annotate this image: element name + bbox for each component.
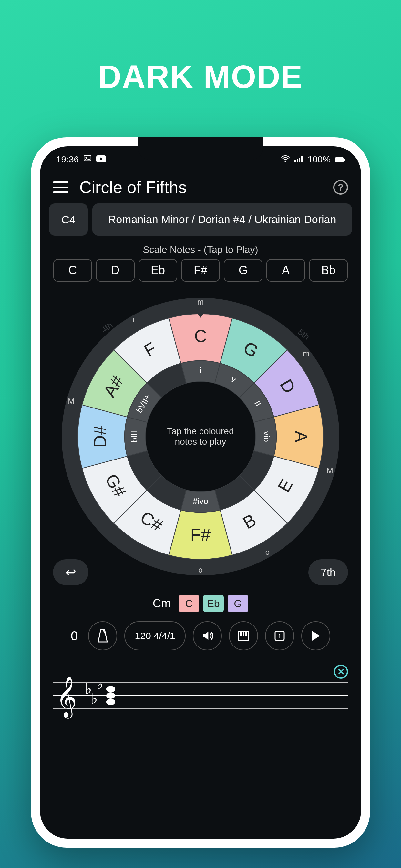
svg-rect-43 bbox=[243, 631, 244, 637]
scale-note-button[interactable]: Bb bbox=[309, 259, 348, 282]
svg-point-57 bbox=[106, 692, 115, 699]
svg-text:1: 1 bbox=[278, 632, 281, 640]
svg-text:M: M bbox=[327, 466, 333, 475]
tempo-signature-button[interactable]: 120 4/4/1 bbox=[124, 621, 186, 650]
scale-note-button[interactable]: F# bbox=[181, 259, 220, 282]
scale-notes-row: CDEbF#GABb bbox=[40, 259, 361, 282]
svg-text:m: m bbox=[303, 349, 309, 358]
svg-text:#ivo: #ivo bbox=[193, 496, 208, 506]
help-icon[interactable]: ? bbox=[333, 180, 348, 195]
svg-rect-7 bbox=[301, 156, 303, 162]
svg-rect-5 bbox=[297, 159, 298, 162]
close-staff-icon[interactable]: ✕ bbox=[334, 664, 348, 679]
svg-rect-6 bbox=[299, 158, 300, 162]
phone-frame: 19:36 100% bbox=[31, 137, 370, 848]
app-screen: 19:36 100% bbox=[40, 146, 361, 839]
svg-rect-4 bbox=[295, 160, 296, 162]
piano-button[interactable] bbox=[229, 621, 258, 650]
svg-rect-42 bbox=[240, 631, 242, 637]
scale-note-button[interactable]: C bbox=[53, 259, 92, 282]
svg-text:D#: D# bbox=[90, 425, 110, 447]
svg-text:o: o bbox=[266, 548, 270, 556]
svg-point-3 bbox=[285, 160, 286, 162]
volume-button[interactable] bbox=[193, 621, 222, 650]
svg-text:C: C bbox=[194, 326, 207, 345]
svg-text:bIII: bIII bbox=[129, 431, 139, 442]
image-icon bbox=[83, 154, 92, 165]
svg-text:M: M bbox=[68, 397, 74, 406]
promo-title: DARK MODE bbox=[98, 58, 303, 95]
status-bar: 19:36 100% bbox=[40, 146, 361, 165]
scale-note-button[interactable]: A bbox=[266, 259, 305, 282]
svg-text:i: i bbox=[199, 366, 202, 375]
circle-of-fifths-wheel[interactable]: CGDAEBF#C#G#D#A#FivIIvio#ivobIIIbVII+mmM… bbox=[55, 291, 346, 582]
svg-text:m: m bbox=[197, 298, 204, 306]
svg-point-1 bbox=[86, 157, 87, 158]
chord-name: Cm bbox=[153, 597, 171, 610]
scale-note-button[interactable]: Eb bbox=[138, 259, 177, 282]
svg-text:A: A bbox=[291, 431, 311, 442]
beat-count: 0 bbox=[71, 629, 78, 643]
root-selector[interactable]: C4 bbox=[49, 204, 88, 236]
app-title: Circle of Fifths bbox=[80, 178, 322, 197]
svg-text:+: + bbox=[131, 315, 135, 324]
play-button[interactable] bbox=[301, 621, 330, 650]
music-staff: ✕ 𝄞 ♭ ♭ ♭ bbox=[50, 666, 351, 724]
loop-one-button[interactable]: 1 bbox=[265, 621, 294, 650]
scale-selector[interactable]: Romanian Minor / Dorian #4 / Ukrainian D… bbox=[92, 204, 352, 236]
playback-controls: 0 120 4/4/1 1 bbox=[40, 621, 361, 650]
svg-rect-9 bbox=[344, 159, 345, 161]
scale-note-button[interactable]: G bbox=[224, 259, 263, 282]
app-bar: Circle of Fifths ? bbox=[40, 165, 361, 204]
svg-text:♭: ♭ bbox=[96, 676, 104, 692]
status-battery: 100% bbox=[307, 154, 331, 165]
chord-note-chip: C bbox=[179, 595, 199, 612]
svg-text:F#: F# bbox=[190, 525, 211, 544]
svg-text:o: o bbox=[198, 565, 203, 574]
scale-notes-label: Scale Notes - (Tap to Play) bbox=[40, 244, 361, 255]
svg-rect-44 bbox=[245, 631, 247, 637]
chord-note-chip: G bbox=[227, 595, 248, 612]
scale-note-button[interactable]: D bbox=[96, 259, 135, 282]
battery-icon bbox=[335, 154, 345, 165]
wifi-icon bbox=[281, 154, 290, 165]
chord-display: Cm CEbG bbox=[40, 595, 361, 612]
signal-icon bbox=[295, 154, 303, 165]
svg-point-56 bbox=[106, 699, 115, 705]
youtube-icon bbox=[96, 154, 106, 165]
menu-icon[interactable] bbox=[53, 182, 68, 193]
metronome-button[interactable] bbox=[88, 621, 117, 650]
status-time: 19:36 bbox=[56, 154, 79, 165]
svg-point-58 bbox=[106, 686, 115, 692]
chord-note-chip: Eb bbox=[203, 595, 224, 612]
svg-text:vio: vio bbox=[262, 431, 272, 442]
svg-text:𝄞: 𝄞 bbox=[56, 677, 77, 719]
svg-rect-8 bbox=[335, 157, 343, 162]
svg-text:♭: ♭ bbox=[91, 690, 98, 707]
wheel-center-hint: Tap the coloured notes to play bbox=[165, 426, 236, 447]
